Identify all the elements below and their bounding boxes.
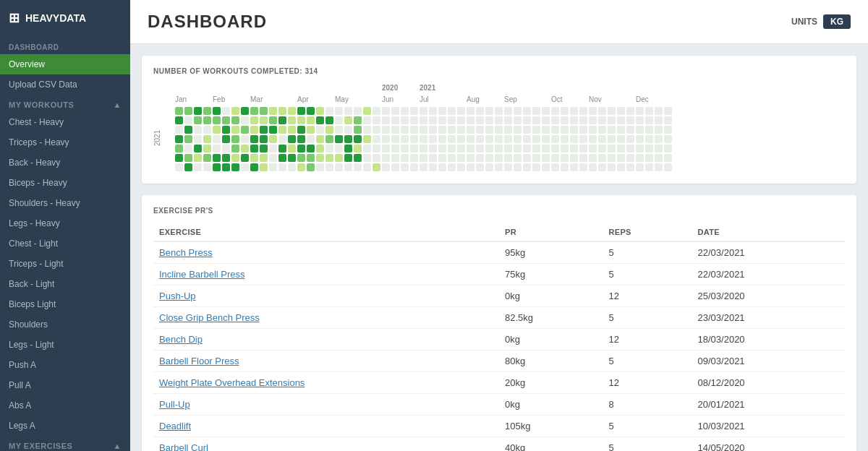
heatmap-cell[interactable] — [307, 107, 315, 115]
heatmap-cell[interactable] — [467, 154, 475, 162]
heatmap-cell[interactable] — [457, 135, 465, 143]
heatmap-cell[interactable] — [504, 107, 512, 115]
heatmap-cell[interactable] — [344, 107, 352, 115]
heatmap-cell[interactable] — [260, 126, 268, 134]
heatmap-cell[interactable] — [485, 116, 493, 124]
heatmap-cell[interactable] — [344, 163, 352, 171]
heatmap-cell[interactable] — [354, 107, 362, 115]
heatmap-cell[interactable] — [438, 126, 446, 134]
heatmap-cell[interactable] — [241, 135, 249, 143]
heatmap-cell[interactable] — [326, 126, 333, 134]
heatmap-cell[interactable] — [542, 107, 550, 115]
heatmap-cell[interactable] — [570, 107, 578, 115]
heatmap-cell[interactable] — [598, 135, 606, 143]
exercise-link[interactable]: Close Grip Bench Press — [159, 312, 260, 323]
heatmap-cell[interactable] — [429, 135, 437, 143]
units-value-badge[interactable]: KG — [823, 14, 851, 29]
heatmap-cell[interactable] — [514, 107, 522, 115]
heatmap-cell[interactable] — [429, 116, 437, 124]
heatmap-cell[interactable] — [664, 154, 672, 162]
heatmap-cell[interactable] — [495, 116, 503, 124]
heatmap-cell[interactable] — [420, 126, 427, 134]
heatmap-cell[interactable] — [278, 163, 286, 171]
heatmap-cell[interactable] — [551, 145, 559, 153]
sidebar-item-legs-heavy[interactable]: Legs - Heavy — [0, 213, 130, 233]
heatmap-cell[interactable] — [184, 107, 192, 115]
heatmap-cell[interactable] — [231, 135, 239, 143]
heatmap-cell[interactable] — [288, 116, 296, 124]
heatmap-cell[interactable] — [354, 154, 362, 162]
heatmap-cell[interactable] — [598, 116, 606, 124]
heatmap-cell[interactable] — [250, 116, 258, 124]
heatmap-cell[interactable] — [589, 107, 597, 115]
heatmap-cell[interactable] — [495, 145, 503, 153]
heatmap-cell[interactable] — [608, 107, 616, 115]
heatmap-cell[interactable] — [401, 135, 409, 143]
heatmap-cell[interactable] — [373, 163, 380, 171]
heatmap-cell[interactable] — [326, 135, 333, 143]
heatmap-cell[interactable] — [401, 116, 409, 124]
heatmap-cell[interactable] — [335, 163, 343, 171]
heatmap-cell[interactable] — [250, 135, 258, 143]
heatmap-cell[interactable] — [316, 116, 324, 124]
heatmap-cell[interactable] — [335, 126, 343, 134]
heatmap-cell[interactable] — [250, 145, 258, 153]
heatmap-cell[interactable] — [222, 135, 230, 143]
heatmap-cell[interactable] — [570, 126, 578, 134]
heatmap-cell[interactable] — [373, 107, 380, 115]
heatmap-cell[interactable] — [570, 116, 578, 124]
heatmap-cell[interactable] — [551, 126, 559, 134]
heatmap-cell[interactable] — [561, 145, 569, 153]
heatmap-cell[interactable] — [373, 135, 380, 143]
heatmap-cell[interactable] — [382, 163, 390, 171]
heatmap-cell[interactable] — [429, 163, 437, 171]
heatmap-cell[interactable] — [363, 126, 371, 134]
heatmap-cell[interactable] — [664, 116, 672, 124]
sidebar-item-legs-a[interactable]: Legs A — [0, 416, 130, 436]
heatmap-cell[interactable] — [269, 154, 277, 162]
heatmap-cell[interactable] — [617, 163, 625, 171]
heatmap-cell[interactable] — [391, 145, 399, 153]
heatmap-cell[interactable] — [175, 126, 183, 134]
heatmap-cell[interactable] — [608, 154, 616, 162]
heatmap-cell[interactable] — [589, 163, 597, 171]
heatmap-cell[interactable] — [354, 135, 362, 143]
heatmap-cell[interactable] — [401, 107, 409, 115]
heatmap-cell[interactable] — [467, 163, 475, 171]
heatmap-cell[interactable] — [222, 126, 230, 134]
heatmap-cell[interactable] — [194, 145, 202, 153]
heatmap-cell[interactable] — [203, 154, 211, 162]
heatmap-cell[interactable] — [391, 154, 399, 162]
heatmap-cell[interactable] — [278, 116, 286, 124]
heatmap-cell[interactable] — [250, 126, 258, 134]
heatmap-cell[interactable] — [626, 145, 634, 153]
heatmap-cell[interactable] — [250, 154, 258, 162]
heatmap-cell[interactable] — [579, 126, 587, 134]
heatmap-cell[interactable] — [231, 126, 239, 134]
exercise-link[interactable]: Bench Press — [159, 247, 213, 258]
heatmap-cell[interactable] — [504, 154, 512, 162]
heatmap-cell[interactable] — [401, 145, 409, 153]
heatmap-cell[interactable] — [485, 135, 493, 143]
heatmap-cell[interactable] — [542, 126, 550, 134]
heatmap-cell[interactable] — [476, 163, 484, 171]
heatmap-cell[interactable] — [307, 163, 315, 171]
heatmap-cell[interactable] — [626, 107, 634, 115]
heatmap-cell[interactable] — [579, 107, 587, 115]
heatmap-cell[interactable] — [231, 107, 239, 115]
heatmap-cell[interactable] — [373, 126, 380, 134]
heatmap-cell[interactable] — [532, 154, 540, 162]
heatmap-cell[interactable] — [410, 163, 418, 171]
heatmap-cell[interactable] — [636, 145, 644, 153]
heatmap-cell[interactable] — [504, 145, 512, 153]
heatmap-cell[interactable] — [297, 107, 305, 115]
heatmap-cell[interactable] — [335, 145, 343, 153]
heatmap-cell[interactable] — [222, 116, 230, 124]
heatmap-cell[interactable] — [391, 116, 399, 124]
heatmap-cell[interactable] — [429, 145, 437, 153]
heatmap-cell[interactable] — [551, 107, 559, 115]
heatmap-cell[interactable] — [448, 163, 456, 171]
exercise-link[interactable]: Bench Dip — [159, 334, 203, 345]
heatmap-cell[interactable] — [278, 135, 286, 143]
heatmap-cell[interactable] — [316, 107, 324, 115]
